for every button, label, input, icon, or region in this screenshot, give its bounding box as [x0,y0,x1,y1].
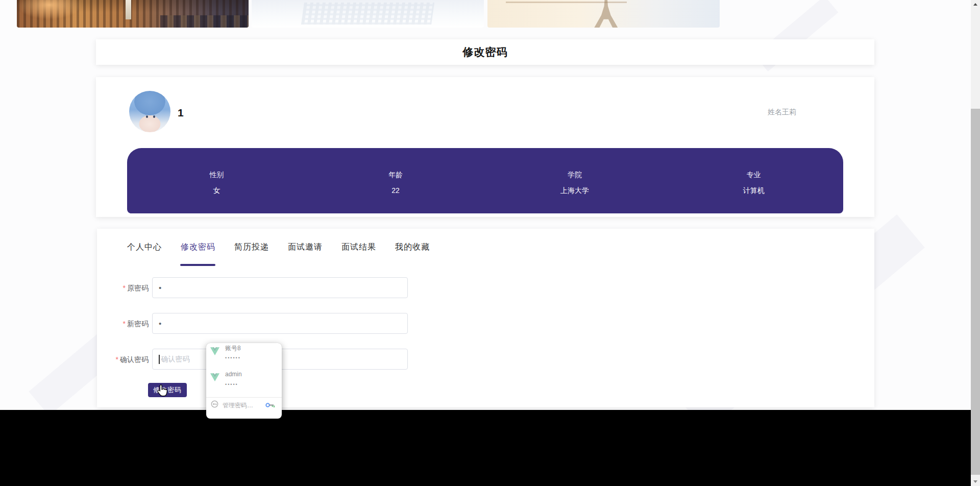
label-text: 确认密码 [120,355,149,363]
tab-my-favorites[interactable]: 我的收藏 [395,242,430,253]
page-title: 修改密码 [463,45,508,59]
stat-college: 学院 上海大学 [485,148,665,213]
new-password-input[interactable]: • [152,313,408,334]
page: 修改密码 1 姓名王莉 性别 女 年龄 22 学院 上海大学 专业 计算机 [0,0,980,486]
required-asterisk: * [116,355,118,363]
building-sketch-shape [301,3,434,25]
old-password-label: *原密码 [97,284,149,293]
required-asterisk: * [123,284,126,292]
stat-major: 专业 计算机 [664,148,843,213]
tab-interview-invite[interactable]: 面试邀请 [288,242,323,253]
autofill-account-name: admin [225,371,242,378]
username: 1 [178,107,184,119]
stat-label: 专业 [664,171,843,180]
label-text: 原密码 [127,284,149,292]
old-password-input[interactable]: • [152,277,408,298]
required-asterisk: * [123,320,126,328]
scrollbar[interactable] [971,0,980,486]
carousel-photo-city[interactable] [17,0,249,28]
tab-resume-delivery[interactable]: 简历投递 [234,242,269,253]
masked-value: • [159,283,161,292]
carousel-photo-bridge-faded[interactable] [252,0,484,28]
tab-personal-center[interactable]: 个人中心 [127,242,162,253]
eiffel-tower-shape [594,0,618,28]
autofill-masked-password: ••••• [225,382,238,387]
profile-stats-banner: 性别 女 年龄 22 学院 上海大学 专业 计算机 [127,148,843,213]
page-title-card: 修改密码 [96,39,874,65]
vue-logo-icon [210,347,219,355]
new-password-label: *新密码 [97,320,149,329]
tab-change-password[interactable]: 修改密码 [181,242,215,253]
divider [206,397,282,398]
scrollbar-up-icon[interactable] [971,0,980,9]
scrollbar-down-icon[interactable] [971,477,980,486]
tower-beam-shape [506,2,627,3]
profile-card: 1 姓名王莉 性别 女 年龄 22 学院 上海大学 专业 计算机 [96,77,874,217]
autofill-masked-password: •••••• [225,355,241,360]
fullname-text: 姓名王莉 [768,108,796,117]
stat-label: 学院 [485,171,665,180]
scrollbar-thumb[interactable] [971,109,980,475]
label-text: 新密码 [127,320,149,328]
hand-cursor-icon [156,384,168,397]
stat-label: 性别 [127,171,306,180]
confirm-password-label: *确认密码 [97,355,149,364]
password-manager-icon [211,400,218,408]
avatar [129,91,170,132]
autofill-account-name: 账号8 [225,344,241,353]
stat-gender: 性别 女 [127,148,306,213]
avatar-eyes [146,115,148,118]
stat-label: 年龄 [306,171,485,180]
stat-value: 计算机 [664,186,843,196]
active-tab-underline [180,264,215,266]
stat-age: 年龄 22 [306,148,485,213]
autofill-dropdown: 账号8 •••••• admin ••••• 管理密码… [206,343,282,419]
manage-passwords-label: 管理密码… [223,401,253,410]
tab-bar: 个人中心 修改密码 简历投递 面试邀请 面试结果 我的收藏 [127,242,430,253]
text-caret [159,355,160,364]
city-tower-shape [126,0,131,19]
carousel-photo-eiffel-faded[interactable] [487,0,720,28]
stat-value: 22 [306,186,485,195]
placeholder-text: 确认密码 [161,355,190,364]
vue-logo-icon [210,373,219,381]
stat-value: 女 [127,186,306,196]
tab-interview-result[interactable]: 面试结果 [341,242,376,253]
masked-value: • [159,319,161,328]
key-icon [265,402,276,408]
footer-black-band [0,410,980,486]
stat-value: 上海大学 [485,186,665,196]
city-pier-shape [160,15,249,28]
